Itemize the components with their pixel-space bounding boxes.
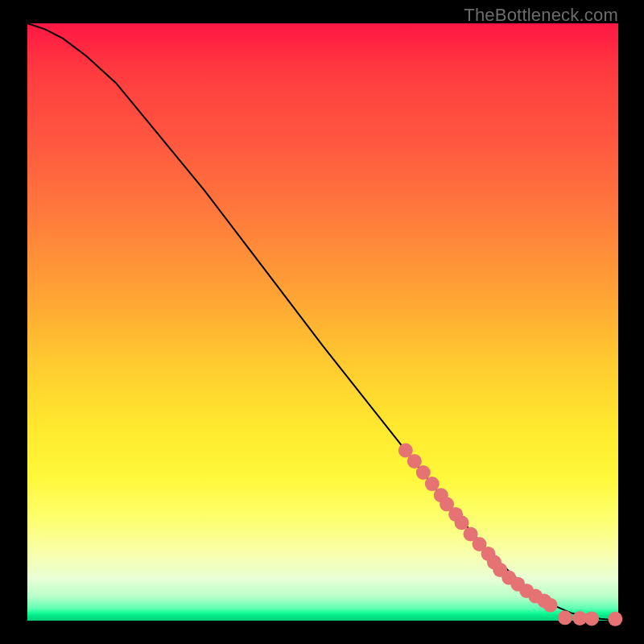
data-point: [543, 598, 558, 613]
data-point: [407, 454, 422, 469]
data-point: [455, 515, 469, 530]
chart-frame: TheBottleneck.com: [0, 0, 644, 644]
scatter-dots: [398, 444, 623, 626]
data-point: [416, 465, 431, 480]
data-point: [608, 612, 622, 626]
chart-overlay: [27, 23, 618, 621]
data-point: [425, 477, 440, 491]
data-point: [558, 610, 572, 625]
data-point: [584, 611, 599, 625]
curve-line: [27, 23, 618, 620]
